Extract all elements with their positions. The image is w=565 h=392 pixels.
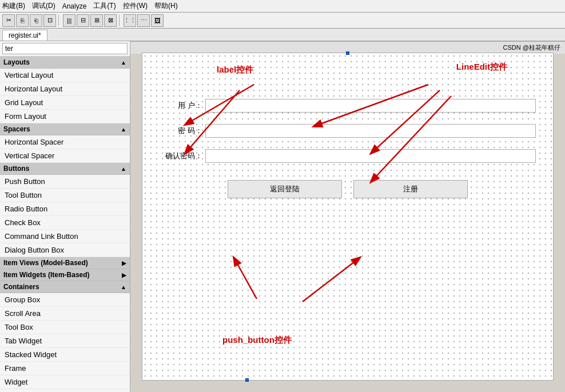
ann-lineedit-text: LineEdit控件 xyxy=(456,62,507,71)
section-containers[interactable]: Containers ▲ xyxy=(0,281,130,293)
ann-pushbutton-text: push_button控件 xyxy=(222,335,292,345)
item-dialog-button-box[interactable]: Dialog Button Box xyxy=(0,243,130,257)
item-widget[interactable]: Widget xyxy=(0,375,130,389)
toolbar-btn-10[interactable]: ⋯ xyxy=(137,14,150,27)
item-push-button[interactable]: Push Button xyxy=(0,175,130,189)
layouts-collapse-icon: ▲ xyxy=(121,59,126,66)
design-area: 用 户： 密 码： 确认密码： 返回登陆 注册 xyxy=(130,41,565,392)
item-command-link-button[interactable]: Command Link Button xyxy=(0,230,130,243)
menu-build[interactable]: 构建(B) xyxy=(2,1,25,11)
item-frame[interactable]: Frame xyxy=(0,362,130,375)
form-row-confirm: 确认密码： xyxy=(160,149,536,163)
containers-collapse-icon: ▲ xyxy=(121,284,126,290)
item-views-collapse-icon: ▶ xyxy=(122,260,126,266)
toolbar-btn-1[interactable]: ✂ xyxy=(2,14,15,27)
menu-analyze[interactable]: Analyze xyxy=(62,2,87,10)
toolbar-btn-9[interactable]: ⋮⋮ xyxy=(124,14,136,27)
menu-tools[interactable]: 工具(T) xyxy=(93,1,116,11)
svg-line-6 xyxy=(234,258,257,299)
item-stacked-widget[interactable]: Stacked Widget xyxy=(0,348,130,362)
section-item-views[interactable]: Item Views (Model-Based) ▶ xyxy=(0,257,130,269)
label-username: 用 户： xyxy=(160,101,205,111)
spacers-collapse-icon: ▲ xyxy=(121,126,126,133)
toolbar-btn-6[interactable]: ⊟ xyxy=(77,14,89,27)
label-password: 密 码： xyxy=(160,126,205,136)
left-panel: Layouts ▲ Vertical Layout Horizontal Lay… xyxy=(0,41,130,392)
toolbar-sep-1 xyxy=(58,15,61,26)
item-vertical-spacer[interactable]: Vertical Spacer xyxy=(0,149,130,163)
input-confirm[interactable] xyxy=(205,149,536,163)
item-tool-box[interactable]: Tool Box xyxy=(0,321,130,334)
btn-back[interactable]: 返回登陆 xyxy=(228,180,342,198)
item-radio-button[interactable]: Radio Button xyxy=(0,202,130,216)
item-horizontal-layout[interactable]: Horizontal Layout xyxy=(0,82,130,96)
btn-register[interactable]: 注册 xyxy=(353,180,468,198)
item-mdi-area[interactable]: MDI Area xyxy=(0,389,130,392)
toolbar-btn-4[interactable]: ⊡ xyxy=(43,14,56,27)
menu-controls[interactable]: 控件(W) xyxy=(123,1,148,11)
annotation-label: label控件 xyxy=(217,65,253,75)
form-row-username: 用 户： xyxy=(160,99,536,113)
toolbar-btn-11[interactable]: 🖼 xyxy=(151,14,164,27)
handle-top[interactable] xyxy=(346,51,349,55)
input-username[interactable] xyxy=(205,99,536,113)
svg-line-7 xyxy=(303,258,360,302)
toolbar: ✂ ⎘ ⎗ ⊡ ||| ⊟ ⊞ ⊠ ⋮⋮ ⋯ 🖼 xyxy=(0,13,565,29)
item-check-box[interactable]: Check Box xyxy=(0,216,130,230)
copyright-text: CSDN @桂花年糕仔 xyxy=(503,43,560,52)
item-form-layout[interactable]: Form Layout xyxy=(0,110,130,123)
annotation-pushbutton: push_button控件 xyxy=(222,335,292,346)
toolbar-btn-8[interactable]: ⊠ xyxy=(104,14,117,27)
input-password[interactable] xyxy=(205,124,536,138)
item-tool-button[interactable]: Tool Button xyxy=(0,189,130,202)
ann-label-text: label控件 xyxy=(217,65,253,74)
design-canvas[interactable]: 用 户： 密 码： 确认密码： 返回登陆 注册 xyxy=(142,53,554,381)
toolbar-btn-7[interactable]: ⊞ xyxy=(90,14,103,27)
item-scroll-area[interactable]: Scroll Area xyxy=(0,307,130,321)
button-row: 返回登陆 注册 xyxy=(160,180,536,198)
toolbar-btn-5[interactable]: ||| xyxy=(63,14,75,27)
item-tab-widget[interactable]: Tab Widget xyxy=(0,334,130,348)
item-horizontal-spacer[interactable]: Horizontal Spacer xyxy=(0,135,130,149)
section-buttons[interactable]: Buttons ▲ xyxy=(0,163,130,175)
toolbar-btn-3[interactable]: ⎗ xyxy=(30,14,42,27)
toolbar-sep-2 xyxy=(119,15,121,26)
item-grid-layout[interactable]: Grid Layout xyxy=(0,96,130,110)
section-spacers[interactable]: Spacers ▲ xyxy=(0,123,130,135)
item-group-box[interactable]: Group Box xyxy=(0,293,130,307)
section-layouts[interactable]: Layouts ▲ xyxy=(0,57,130,69)
tab-register-ui[interactable]: register.ui* xyxy=(2,30,47,41)
menu-bar: 构建(B) 调试(D) Analyze 工具(T) 控件(W) 帮助(H) xyxy=(0,0,565,13)
search-input[interactable] xyxy=(2,43,128,54)
buttons-collapse-icon: ▲ xyxy=(121,166,126,172)
menu-debug[interactable]: 调试(D) xyxy=(32,1,55,11)
main-area: Layouts ▲ Vertical Layout Horizontal Lay… xyxy=(0,41,565,392)
menu-help[interactable]: 帮助(H) xyxy=(154,1,178,11)
item-vertical-layout[interactable]: Vertical Layout xyxy=(0,69,130,82)
handle-bottom-left[interactable] xyxy=(245,378,249,382)
annotation-lineedit: LineEdit控件 xyxy=(456,62,507,73)
form-row-password: 密 码： xyxy=(160,124,536,138)
tab-bar: register.ui* xyxy=(0,29,565,41)
section-item-widgets[interactable]: Item Widgets (Item-Based) ▶ xyxy=(0,269,130,281)
form-container: 用 户： 密 码： 确认密码： 返回登陆 注册 xyxy=(160,99,536,198)
search-box xyxy=(0,41,130,57)
label-confirm: 确认密码： xyxy=(160,151,205,161)
item-widgets-collapse-icon: ▶ xyxy=(122,272,126,278)
toolbar-btn-2[interactable]: ⎘ xyxy=(16,14,29,27)
